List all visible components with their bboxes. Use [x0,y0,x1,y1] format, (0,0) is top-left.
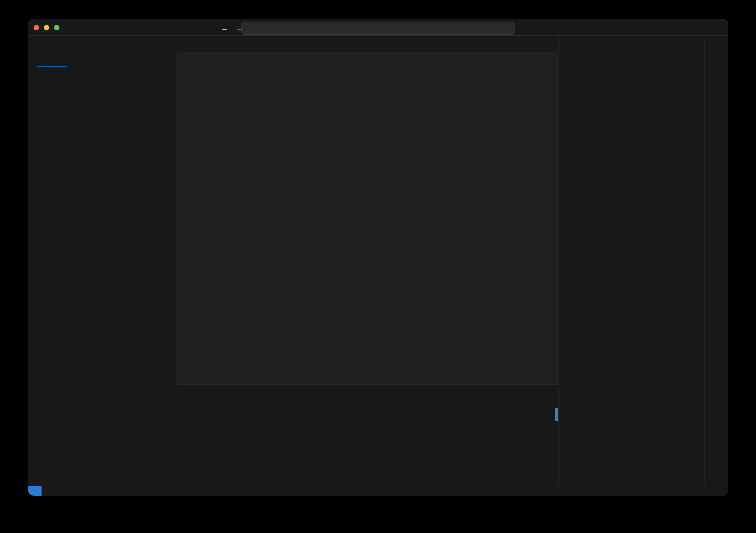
explorer-sidebar [28,36,177,486]
back-icon[interactable]: ← [221,24,228,32]
terminal-panel [177,384,558,486]
timeline-section[interactable] [28,477,177,486]
vscode-window: ← → [28,19,728,496]
cline-panel [558,36,705,486]
activity-bar [705,36,728,486]
command-center-search[interactable] [241,22,515,35]
editor[interactable] [177,52,558,384]
minimize-window-button[interactable] [44,25,49,30]
zoom-window-button[interactable] [54,25,60,30]
titlebar: ← → [28,19,728,36]
editor-actions [429,36,558,52]
close-window-button[interactable] [34,25,39,30]
outline-section[interactable] [28,467,177,477]
terminal-scrollbar[interactable] [555,408,558,421]
remote-indicator[interactable] [28,486,41,496]
status-bar [28,486,728,496]
